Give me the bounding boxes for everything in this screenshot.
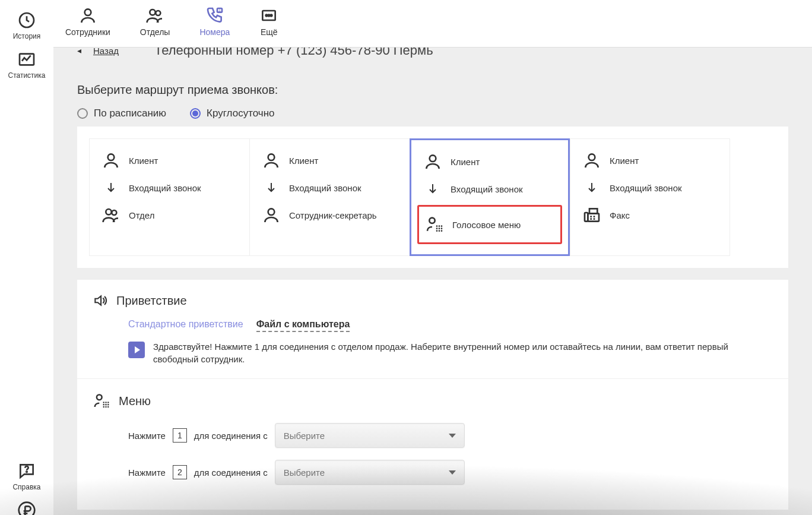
chart-icon — [17, 50, 36, 69]
menu-connect-label: для соединения с — [194, 431, 268, 441]
phone-title: Телефонный номер +7 (123) 456-78-90 Перм… — [154, 48, 433, 58]
svg-point-40 — [103, 406, 105, 408]
person-icon — [423, 152, 442, 171]
menu-select-2[interactable]: Выберите — [275, 460, 465, 485]
fax-icon — [582, 206, 601, 225]
svg-rect-32 — [589, 208, 597, 213]
card-incoming-label: Входящий звонок — [610, 183, 682, 193]
arrow-down-icon — [585, 181, 599, 195]
svg-point-37 — [103, 404, 105, 406]
main-content: ◂ Назад Телефонный номер +7 (123) 456-78… — [53, 48, 812, 515]
sidebar-item-currency[interactable] — [0, 496, 53, 515]
radio-icon — [77, 108, 88, 119]
svg-point-24 — [439, 228, 440, 229]
card-client-label: Клиент — [129, 156, 158, 166]
svg-point-34 — [103, 402, 105, 403]
greeting-tab-file[interactable]: Файл с компьютера — [256, 319, 350, 332]
sidebar-item-history[interactable]: История — [0, 6, 53, 45]
svg-point-17 — [268, 208, 275, 215]
svg-point-23 — [436, 228, 438, 229]
group-icon — [102, 206, 120, 225]
play-button[interactable] — [128, 342, 145, 358]
sidebar-stats-label: Статистика — [8, 71, 45, 80]
svg-point-28 — [441, 230, 443, 232]
tab-employees-label: Сотрудники — [65, 27, 110, 37]
route-card-fax[interactable]: Клиент Входящий звонок Факс — [570, 138, 730, 256]
svg-point-39 — [107, 404, 109, 406]
menu-key-2: 2 — [173, 465, 187, 479]
tab-departments[interactable]: Отделы — [140, 6, 170, 37]
svg-point-38 — [105, 404, 107, 406]
sidebar-item-stats[interactable]: Статистика — [0, 45, 53, 84]
route-card-department[interactable]: Клиент Входящий звонок Отдел — [89, 138, 249, 256]
route-card-voice-menu[interactable]: Клиент Входящий звонок Голосовое меню — [410, 138, 570, 256]
svg-point-22 — [441, 225, 443, 227]
route-card-secretary[interactable]: Клиент Входящий звонок Сотрудник-секрета… — [249, 138, 410, 256]
sidebar-item-help[interactable]: Справка — [0, 457, 53, 496]
voice-menu-icon — [425, 215, 444, 234]
chevron-down-icon — [449, 434, 456, 438]
radio-schedule-label: По расписанию — [94, 108, 166, 119]
menu-row-2: Нажмите 2 для соединения с Выберите — [128, 460, 773, 485]
menu-row-1: Нажмите 1 для соединения с Выберите — [128, 423, 773, 448]
arrow-down-icon — [104, 181, 118, 195]
tab-departments-label: Отделы — [140, 27, 170, 37]
speaker-icon — [93, 293, 108, 308]
greeting-section: Приветствие Стандартное приветствие Файл… — [77, 280, 788, 378]
radio-schedule[interactable]: По расписанию — [77, 108, 166, 119]
card-target-label: Факс — [610, 210, 630, 220]
tab-employees[interactable]: Сотрудники — [65, 6, 110, 37]
svg-point-20 — [436, 225, 438, 227]
card-incoming-label: Входящий звонок — [451, 184, 523, 194]
sidebar-help-label: Справка — [12, 483, 40, 491]
back-link[interactable]: Назад — [93, 48, 119, 56]
back-row: ◂ Назад Телефонный номер +7 (123) 456-78… — [77, 48, 788, 59]
svg-point-14 — [106, 209, 111, 214]
route-mode-radios: По расписанию Круглосуточно — [77, 108, 788, 119]
menu-press-label: Нажмите — [128, 467, 166, 478]
svg-point-2 — [26, 472, 27, 473]
group-icon — [145, 6, 164, 25]
menu-section: Меню Нажмите 1 для соединения с Выберите… — [77, 378, 788, 510]
svg-point-19 — [429, 218, 434, 223]
svg-point-13 — [108, 154, 115, 160]
menu-key-1: 1 — [173, 428, 187, 443]
route-cards-container: Клиент Входящий звонок Отдел Клиент — [77, 127, 788, 268]
radio-always[interactable]: Круглосуточно — [190, 108, 274, 119]
tab-more[interactable]: Ещё — [259, 6, 278, 37]
select-placeholder: Выберите — [284, 467, 325, 478]
svg-point-5 — [150, 10, 155, 15]
tab-more-label: Ещё — [261, 27, 278, 37]
tab-numbers[interactable]: 1 Номера — [199, 6, 230, 37]
card-target-label: Сотрудник-секретарь — [289, 210, 377, 220]
route-section-title: Выберите маршрут приема звонков: — [77, 83, 788, 97]
svg-point-18 — [430, 155, 436, 162]
help-icon — [17, 462, 36, 481]
voice-menu-icon — [93, 392, 110, 410]
person-icon — [262, 206, 281, 225]
person-icon — [262, 151, 281, 170]
card-client-label: Клиент — [610, 156, 639, 166]
svg-point-36 — [107, 402, 109, 403]
svg-point-41 — [105, 406, 107, 408]
clock-icon — [17, 11, 36, 30]
svg-rect-31 — [588, 213, 599, 221]
svg-point-4 — [85, 9, 91, 15]
arrow-down-icon — [426, 182, 440, 196]
svg-point-35 — [105, 402, 107, 403]
top-tabs: Сотрудники Отделы 1 Номера Ещё — [53, 0, 812, 48]
sidebar-history-label: История — [13, 32, 41, 40]
svg-text:1: 1 — [218, 8, 220, 12]
arrow-down-icon — [264, 181, 278, 195]
left-sidebar: История Статистика Справка — [0, 0, 53, 515]
select-placeholder: Выберите — [284, 431, 325, 441]
greeting-text: Здравствуйте! Нажмите 1 для соединения с… — [153, 340, 773, 365]
svg-point-25 — [441, 228, 443, 229]
svg-point-27 — [439, 230, 440, 232]
greeting-tab-standard[interactable]: Стандартное приветствие — [128, 319, 243, 332]
menu-select-1[interactable]: Выберите — [275, 423, 465, 448]
svg-point-6 — [156, 11, 160, 15]
svg-point-33 — [97, 394, 102, 400]
svg-point-12 — [271, 15, 272, 17]
menu-connect-label: для соединения с — [194, 467, 268, 478]
